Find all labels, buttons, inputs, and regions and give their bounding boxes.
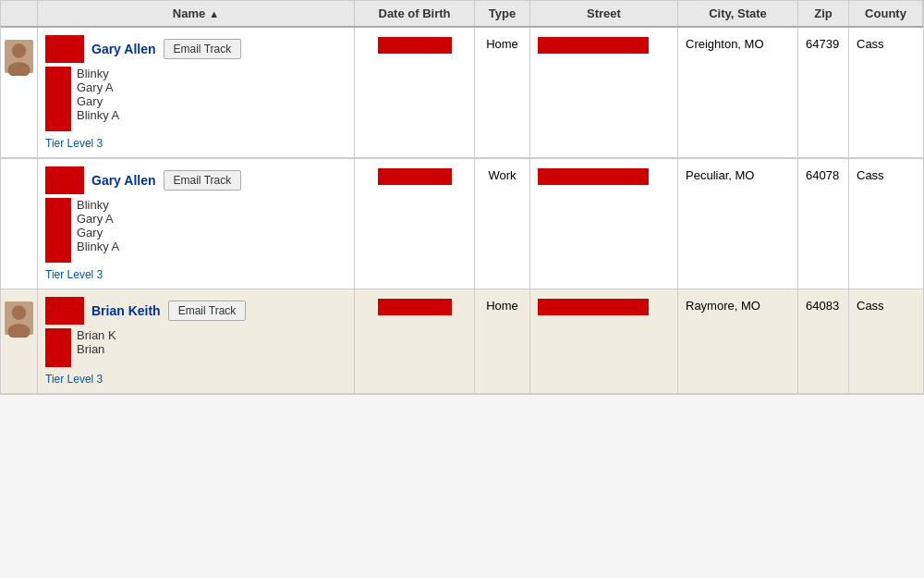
alias-photo-redacted [45,328,71,367]
alias-item: Blinky A [77,240,119,253]
alias-item: Gary [77,94,119,108]
row-street-col [530,159,678,289]
row-type-col: Home [475,28,530,157]
city-state-value: Creighton, MO [686,37,764,51]
row-name-col: Brian Keith Email Track Brian K Brian Ti… [38,289,355,393]
tier-level: Tier Level 3 [45,373,346,386]
row-zip-col: 64739 [798,28,849,157]
alias-item: Gary A [77,212,119,226]
street-redacted [538,299,649,315]
photo-redacted [45,166,84,194]
email-track-button[interactable]: Email Track [168,301,247,321]
dob-redacted [378,299,452,315]
row-dob-col [355,159,475,289]
primary-name: Gary Allen [91,42,156,56]
row-citystate-col: Raymore, MO [678,289,798,393]
row-checkbox-col [1,289,38,393]
header-checkbox [1,1,38,26]
address-type: Home [486,299,518,313]
zip-value: 64083 [806,299,839,313]
sort-icon: ▲ [209,8,219,19]
county-value: Cass [857,299,884,313]
tier-level: Tier Level 3 [45,137,346,150]
row-name-col: Gary Allen Email Track Blinky Gary A Gar… [38,159,355,289]
photo-redacted [45,35,84,63]
row-checkbox-col [1,28,38,157]
dob-redacted [378,168,452,185]
street-redacted [538,168,649,185]
alias-item: Blinky [77,67,119,80]
alias-item: Blinky A [77,108,119,122]
alias-item: Brian [77,342,116,356]
address-type: Home [486,37,518,51]
alias-item: Gary [77,226,119,240]
header-citystate: City, State [678,1,798,26]
primary-name: Brian Keith [91,303,161,318]
email-track-button[interactable]: Email Track [164,39,242,59]
alias-item: Blinky [77,198,119,212]
zip-value: 64078 [806,168,839,182]
alias-photo-redacted [45,198,71,263]
row-type-col: Work [475,159,530,289]
row-county-col: Cass [849,289,923,393]
table-header: Name ▲ Date of Birth Type Street City, S… [1,1,923,28]
city-state-value: Peculiar, MO [686,168,754,182]
alias-item: Gary A [77,80,119,94]
header-county: County [849,1,923,26]
city-state-value: Raymore, MO [686,299,760,313]
header-dob: Date of Birth [355,1,475,26]
tier-level: Tier Level 3 [45,268,346,281]
address-type: Work [488,168,516,182]
avatar-icon [5,37,33,76]
row-zip-col: 64083 [798,289,849,393]
county-value: Cass [857,37,884,51]
dob-redacted [378,37,452,54]
row-citystate-col: Creighton, MO [678,28,798,157]
alias-item: Brian K [77,328,116,342]
header-zip: Zip [798,1,849,26]
svg-point-1 [12,43,27,58]
svg-point-4 [12,305,27,320]
avatar-icon [5,299,33,338]
table-row: Gary Allen Email Track Blinky Gary A Gar… [1,28,923,158]
header-type: Type [475,1,530,26]
row-street-col [530,289,678,393]
main-table: Name ▲ Date of Birth Type Street City, S… [0,0,924,395]
row-street-col [530,28,678,157]
street-redacted [538,37,649,54]
alias-list: Blinky Gary A Gary Blinky A [77,67,119,131]
email-track-button[interactable]: Email Track [164,170,242,191]
row-county-col: Cass [849,28,923,157]
header-name: Name ▲ [38,1,355,26]
row-zip-col: 64078 [798,159,849,289]
alias-photo-redacted [45,67,71,131]
row-checkbox-col [1,159,38,289]
table-row: Brian Keith Email Track Brian K Brian Ti… [1,289,923,394]
row-name-col: Gary Allen Email Track Blinky Gary A Gar… [38,28,355,157]
row-citystate-col: Peculiar, MO [678,159,798,289]
primary-name: Gary Allen [91,173,156,188]
zip-value: 64739 [806,37,839,51]
alias-list: Blinky Gary A Gary Blinky A [77,198,119,263]
county-value: Cass [857,168,884,182]
photo-redacted [45,297,84,325]
row-dob-col [355,289,475,393]
row-dob-col [355,28,475,157]
header-street: Street [530,1,678,26]
alias-list: Brian K Brian [77,328,116,367]
table-row: Gary Allen Email Track Blinky Gary A Gar… [1,158,923,289]
row-type-col: Home [475,289,530,393]
row-county-col: Cass [849,159,923,289]
